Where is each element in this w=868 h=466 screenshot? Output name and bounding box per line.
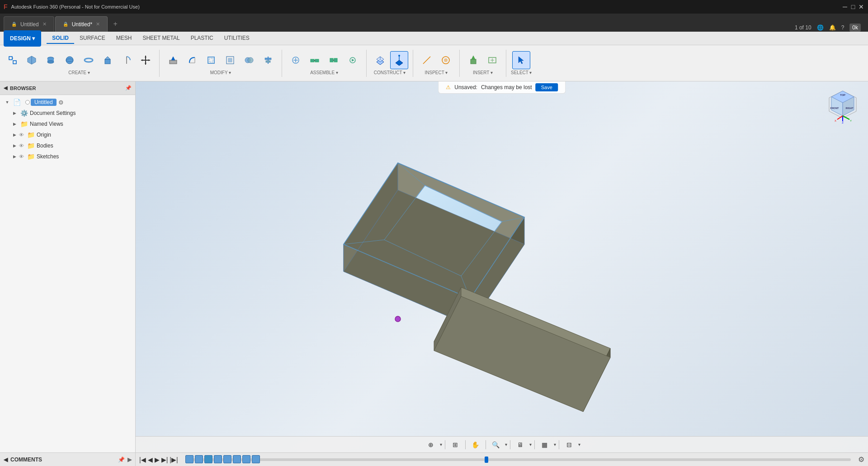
fit-dropdown[interactable]: ▾ <box>440 442 442 447</box>
fit-all-button[interactable]: ⊕ <box>424 438 438 451</box>
timeline-item-1[interactable] <box>185 455 193 463</box>
cylinder-button[interactable] <box>42 51 60 69</box>
tab-untitled-starred[interactable]: 🔒 Untitled* ✕ <box>55 16 108 32</box>
expand-arrow-named-views[interactable]: ▶ <box>11 120 18 128</box>
design-mode-button[interactable]: DESIGN ▾ <box>4 30 41 47</box>
tab-sheet-metal[interactable]: SHEET METAL <box>137 33 185 44</box>
select-button[interactable] <box>512 51 530 69</box>
timeline-thumb[interactable] <box>485 456 488 463</box>
comments-arrow[interactable]: ◀ <box>4 456 8 463</box>
section-analysis-button[interactable] <box>437 51 455 69</box>
grid-settings-dropdown[interactable]: ▾ <box>554 442 556 447</box>
comments-pin-button[interactable]: 📌 <box>118 456 125 463</box>
help-icon[interactable]: ? <box>841 24 844 31</box>
tab-untitled-close[interactable]: ✕ <box>42 21 47 27</box>
modify-torus-button[interactable] <box>80 51 98 69</box>
browser-item-origin[interactable]: ▶ 👁 📁 Origin <box>0 129 135 140</box>
eye-icon-bodies[interactable]: 👁 <box>19 143 24 148</box>
notification-icon[interactable]: 🔔 <box>829 24 836 31</box>
rigid-group-button[interactable] <box>325 51 343 69</box>
revolve-button[interactable] <box>118 51 136 69</box>
folder-icon-origin: 📁 <box>27 131 35 139</box>
scale-button[interactable] <box>221 51 239 69</box>
timeline-play-button[interactable]: ▶ <box>155 456 160 463</box>
display-mode-button[interactable]: 🖥 <box>513 438 528 451</box>
expand-arrow-sketches[interactable]: ▶ <box>11 153 18 160</box>
tab-solid[interactable]: SOLID <box>47 33 74 44</box>
insert-label: INSERT ▾ <box>473 70 493 75</box>
maximize-button[interactable]: □ <box>850 4 856 10</box>
shell-button[interactable] <box>202 51 220 69</box>
grid-display-button[interactable]: ⊞ <box>448 438 462 451</box>
timeline-item-6[interactable] <box>233 455 241 463</box>
expand-arrow-root[interactable]: ▼ <box>4 99 11 106</box>
close-button[interactable]: ✕ <box>858 4 864 10</box>
view-options-dropdown[interactable]: ▾ <box>578 442 580 447</box>
press-pull-button[interactable] <box>164 51 182 69</box>
comments-collapse-button[interactable]: ▶ <box>127 456 132 463</box>
minimize-button[interactable]: ─ <box>842 4 848 10</box>
zoom-dropdown[interactable]: ▾ <box>505 442 507 447</box>
timeline-prev-button[interactable]: ◀ <box>148 456 153 463</box>
new-component-button2[interactable] <box>287 51 305 69</box>
expand-arrow-bodies[interactable]: ▶ <box>11 142 18 149</box>
grid-settings-button[interactable]: ▦ <box>538 438 552 451</box>
construct-active-button[interactable] <box>390 51 408 69</box>
expand-arrow-doc-settings[interactable]: ▶ <box>11 109 18 117</box>
browser-item-document-settings[interactable]: ▶ ⚙️ Document Settings <box>0 108 135 119</box>
view-options-button[interactable]: ⊟ <box>562 438 576 451</box>
box-button[interactable] <box>23 51 41 69</box>
globe-icon[interactable]: 🌐 <box>817 24 824 31</box>
comments-panel[interactable]: ◀ COMMENTS 📌 ▶ <box>0 453 136 466</box>
drive-joints-button[interactable] <box>344 51 362 69</box>
display-dropdown[interactable]: ▾ <box>529 442 532 447</box>
3d-canvas[interactable] <box>136 81 868 452</box>
insert-derive-button[interactable] <box>464 51 482 69</box>
extrude-button[interactable] <box>99 51 117 69</box>
tab-plastic[interactable]: PLASTIC <box>185 33 219 44</box>
timeline-end-button[interactable]: |▶| <box>170 456 178 463</box>
timeline-next-button[interactable]: ▶| <box>161 456 168 463</box>
timeline-item-2[interactable] <box>195 455 203 463</box>
browser-item-named-views[interactable]: ▶ 📁 Named Views <box>0 119 135 129</box>
tab-utilities[interactable]: UTILITIES <box>219 33 255 44</box>
timeline-item-5[interactable] <box>223 455 231 463</box>
account-icon[interactable]: 0k <box>849 24 861 32</box>
tab-untitled-starred-close[interactable]: ✕ <box>96 21 100 27</box>
browser-pin-button[interactable]: 📌 <box>125 85 132 91</box>
viewport[interactable]: ⚠ Unsaved: Changes may be lost Save TOP … <box>136 81 868 452</box>
tab-surface[interactable]: SURFACE <box>74 33 111 44</box>
timeline-settings-button[interactable]: ⚙ <box>858 455 864 464</box>
timeline-item-4[interactable] <box>214 455 222 463</box>
zoom-button[interactable]: 🔍 <box>489 438 503 451</box>
timeline-item-7[interactable] <box>242 455 250 463</box>
add-tab-button[interactable]: + <box>108 16 122 32</box>
combine-button[interactable] <box>240 51 258 69</box>
save-button[interactable]: Save <box>536 83 558 91</box>
sphere-button[interactable] <box>61 51 79 69</box>
browser-collapse-button[interactable]: ◀ <box>4 85 7 91</box>
joint-button[interactable] <box>306 51 324 69</box>
browser-item-bodies[interactable]: ▶ 👁 📁 Bodies <box>0 140 135 151</box>
browser-item-root[interactable]: ▼ 📄 Untitled ⚙ <box>0 97 135 108</box>
timeline-track[interactable] <box>185 458 851 461</box>
timeline-item-3[interactable] <box>204 455 212 463</box>
eye-icon-origin[interactable]: 👁 <box>19 132 24 138</box>
timeline-item-8[interactable] <box>252 455 260 463</box>
measure-button[interactable] <box>418 51 436 69</box>
tab-untitled[interactable]: 🔒 Untitled ✕ <box>4 16 54 32</box>
expand-arrow-origin[interactable]: ▶ <box>11 131 18 138</box>
pan-button[interactable]: ✋ <box>468 438 483 451</box>
canvas-button[interactable] <box>483 51 501 69</box>
app-title: Autodesk Fusion 360 (Personal - Not for … <box>11 4 842 10</box>
settings-icon-root[interactable]: ⚙ <box>58 99 64 106</box>
eye-icon-sketches[interactable]: 👁 <box>19 154 24 159</box>
timeline-start-button[interactable]: |◀ <box>139 456 146 463</box>
offset-plane-button[interactable] <box>371 51 389 69</box>
fillet-button[interactable] <box>183 51 201 69</box>
browser-item-sketches[interactable]: ▶ 👁 📁 Sketches <box>0 151 135 162</box>
tab-mesh[interactable]: MESH <box>111 33 137 44</box>
move-button[interactable] <box>137 51 155 69</box>
new-component-button[interactable] <box>4 51 22 69</box>
align-button[interactable] <box>259 51 277 69</box>
